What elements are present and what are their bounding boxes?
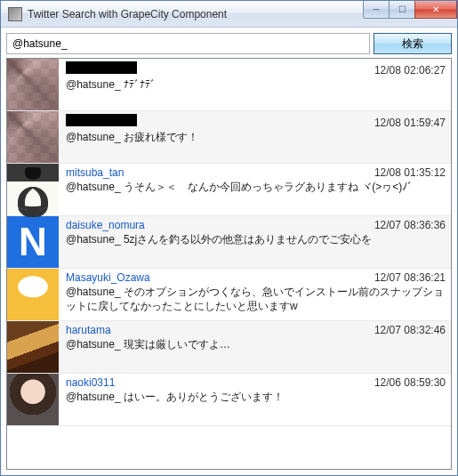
tweet-body: naoki031112/06 08:59:30@hatsune_ はいー。ありが…: [59, 374, 451, 425]
tweet-row[interactable]: Masayuki_Ozawa12/07 08:36:21@hatsune_ その…: [7, 269, 451, 321]
window-buttons: ─ ☐ ✕: [364, 1, 457, 19]
tweet-text: @hatsune_ 5zjさんを釣る以外の他意はありませんのでご安心を: [66, 232, 446, 246]
username[interactable]: daisuke_nomura: [66, 219, 145, 231]
tweet-list[interactable]: 12/08 02:06:27@hatsune_ ﾅﾃﾞﾅﾃﾞ12/08 01:5…: [6, 58, 452, 470]
tweet-body: 12/08 02:06:27@hatsune_ ﾅﾃﾞﾅﾃﾞ: [59, 59, 451, 110]
tweet-body: daisuke_nomura12/07 08:36:36@hatsune_ 5z…: [59, 216, 451, 268]
search-input[interactable]: [6, 33, 370, 54]
tweet-text: @hatsune_ うそん＞＜ なんか今回めっちゃラグありますね ヾ(>ヮ<)ﾉ…: [66, 180, 446, 194]
tweet-row[interactable]: mitsuba_tan12/08 01:35:12@hatsune_ うそん＞＜…: [7, 164, 451, 216]
tweet-text: @hatsune_ お疲れ様です！: [66, 130, 446, 144]
tweet-row[interactable]: 12/08 01:59:47@hatsune_ お疲れ様です！: [7, 111, 451, 164]
avatar: [7, 59, 59, 110]
tweet-body: harutama12/07 08:32:46@hatsune_ 現実は厳しいです…: [59, 321, 451, 373]
timestamp: 12/08 01:35:12: [374, 166, 446, 179]
minimize-button[interactable]: ─: [363, 1, 390, 19]
tweet-row[interactable]: harutama12/07 08:32:46@hatsune_ 現実は厳しいです…: [7, 321, 451, 374]
timestamp: 12/06 08:59:30: [374, 376, 446, 389]
timestamp: 12/08 01:59:47: [374, 117, 446, 129]
tweet-row[interactable]: naoki031112/06 08:59:30@hatsune_ はいー。ありが…: [7, 374, 451, 426]
search-button[interactable]: 検索: [374, 33, 452, 54]
avatar: [7, 374, 59, 425]
tweet-row[interactable]: 12/08 02:06:27@hatsune_ ﾅﾃﾞﾅﾃﾞ: [7, 59, 451, 111]
tweet-body: mitsuba_tan12/08 01:35:12@hatsune_ うそん＞＜…: [59, 164, 451, 215]
tweet-body: 12/08 01:59:47@hatsune_ お疲れ様です！: [59, 111, 451, 163]
username[interactable]: mitsuba_tan: [66, 166, 124, 179]
avatar: [7, 321, 59, 373]
avatar: N: [7, 216, 59, 268]
maximize-button[interactable]: ☐: [389, 1, 415, 19]
timestamp: 12/07 08:36:21: [374, 271, 446, 284]
search-bar: 検索: [6, 33, 452, 54]
titlebar[interactable]: Twitter Search with GrapeCity Component …: [1, 1, 457, 28]
timestamp: 12/08 02:06:27: [374, 64, 446, 77]
tweet-text: @hatsune_ 現実は厳しいですよ…: [66, 337, 446, 351]
tweet-row[interactable]: Ndaisuke_nomura12/07 08:36:36@hatsune_ 5…: [7, 216, 451, 269]
close-button[interactable]: ✕: [414, 1, 457, 19]
app-window: Twitter Search with GrapeCity Component …: [0, 0, 458, 476]
avatar: [7, 164, 59, 215]
app-icon: [8, 7, 22, 21]
username[interactable]: Masayuki_Ozawa: [66, 271, 150, 284]
tweet-text: @hatsune_ ﾅﾃﾞﾅﾃﾞ: [66, 77, 446, 92]
avatar: [7, 269, 59, 320]
tweet-text: @hatsune_ はいー。ありがとうございます！: [66, 390, 446, 404]
tweet-text: @hatsune_ そのオプションがつくなら、急いでインストール前のスナップショ…: [66, 285, 446, 313]
username: [66, 114, 137, 126]
timestamp: 12/07 08:32:46: [374, 324, 446, 336]
username: [66, 61, 137, 74]
username[interactable]: harutama: [66, 324, 111, 336]
tweet-body: Masayuki_Ozawa12/07 08:36:21@hatsune_ その…: [59, 269, 451, 320]
timestamp: 12/07 08:36:36: [374, 219, 446, 231]
avatar: [7, 111, 59, 163]
username[interactable]: naoki0311: [66, 376, 115, 389]
window-title: Twitter Search with GrapeCity Component: [28, 8, 227, 20]
client-area: 検索 12/08 02:06:27@hatsune_ ﾅﾃﾞﾅﾃﾞ12/08 0…: [1, 28, 457, 475]
